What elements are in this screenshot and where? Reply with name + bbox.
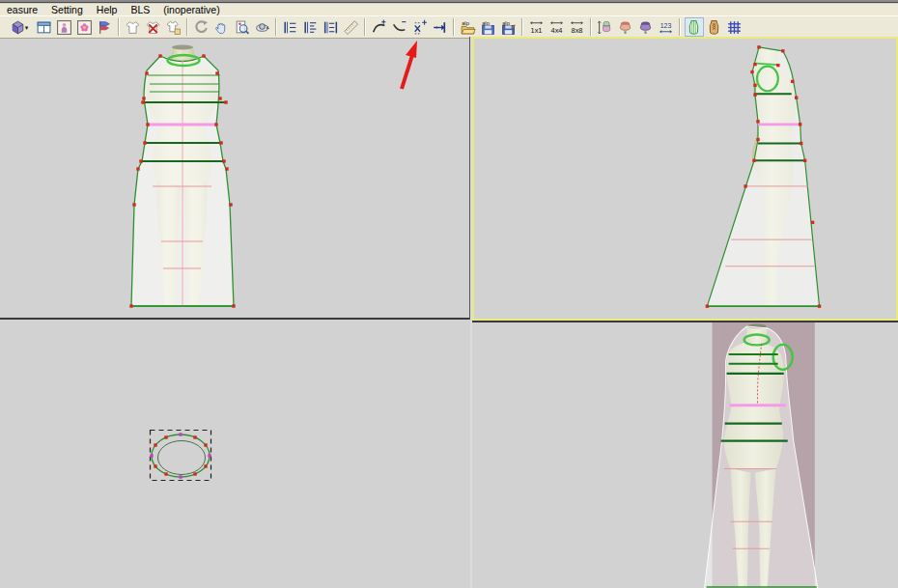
toolbar-separator [186,18,188,36]
point-add-button[interactable] [410,17,430,37]
curve-plus-icon [371,19,387,36]
bust-pink-icon [617,19,633,36]
section-control-points[interactable] [150,433,210,478]
display-mode-button[interactable]: ▾ [5,17,34,37]
measure-123-icon: 123 [658,19,674,36]
view-4x4-button[interactable]: 4x4 [547,17,567,37]
toolbar: ▾alpalpalp1x14x48x8123 [0,15,898,39]
window-layout-icon [36,19,52,36]
flag-button[interactable] [96,17,115,37]
section-selection-box[interactable] [151,431,211,481]
alp-save-as-button[interactable]: alp [499,17,519,37]
svg-text:4x4: 4x4 [551,25,563,34]
alp-save-button[interactable]: alp [479,17,498,37]
shirt-delete-icon [145,19,161,36]
outline-list-icon-3 [323,19,339,36]
framed-mannequin-icon [56,19,72,36]
viewport-perspective[interactable] [472,322,898,588]
toolbar-separator [118,18,120,36]
toolbar-separator [364,18,366,36]
window-top-strip [0,0,898,3]
cube-icon [10,19,26,36]
pan-button[interactable] [212,17,232,37]
shirt-icon [125,19,141,36]
application-window: easureSettingHelpBLS(inoperative) ▾alpal… [0,0,898,588]
body-height-icon [597,19,613,36]
alp-floppy-save-icon: alp [500,19,517,36]
viewport-front-view[interactable] [0,39,470,320]
toolbar-separator [590,18,592,36]
workspace [0,39,898,588]
grid-8x8-icon: 8x8 [569,19,585,36]
alp-floppy-icon: alp [480,19,496,36]
grid-1x1-icon: 1x1 [528,19,545,36]
undo-rotate-button[interactable] [192,17,211,37]
grid-hash-icon [726,19,743,36]
wireframe-body-button[interactable] [685,17,704,37]
garment-button[interactable] [124,17,143,37]
body-height-button[interactable] [596,17,615,37]
curve-add-point-button[interactable] [370,17,389,37]
zoom-page-button[interactable] [233,17,252,37]
svg-text:alp: alp [502,19,510,25]
outline-level1-button[interactable] [281,17,300,37]
svg-text:1x1: 1x1 [531,25,543,34]
toolbar-separator [679,18,681,36]
bust-form-button[interactable] [616,17,635,37]
framed-flower-icon [76,19,93,36]
bust-purple-icon [637,19,654,36]
toolbar-separator [453,18,455,36]
curve-minus-icon [391,19,407,36]
dropdown-caret-icon: ▾ [25,24,29,31]
section-curves[interactable] [152,434,210,477]
rotate-view-button[interactable] [253,17,272,37]
magnifier-page-icon [234,19,250,36]
menu-item-bls[interactable]: BLS [124,4,156,15]
svg-text:alp: alp [462,19,469,25]
flag-icon [97,19,113,36]
garment-fit-button[interactable] [164,17,183,37]
flower-photo-button[interactable] [75,17,95,37]
side-garment-outline[interactable] [707,47,819,306]
hand-icon [213,19,230,36]
svg-text:8x8: 8x8 [572,25,583,34]
viewport-neck-section[interactable] [0,320,470,588]
view-8x8-button[interactable]: 8x8 [568,17,587,37]
menubar: easureSettingHelpBLS(inoperative) [0,4,898,15]
svg-text:alp: alp [482,19,490,25]
wireframe-dress-icon [686,19,702,36]
menu-item-easure[interactable]: easure [0,4,44,15]
svg-text:123: 123 [660,21,672,28]
alp-open-button[interactable]: alp [459,17,478,37]
alp-folder-icon: alp [460,19,476,36]
point-align-button[interactable] [431,17,450,37]
layout-window-button[interactable] [35,17,54,37]
grid-4x4-icon: 4x4 [548,19,565,36]
corset-icon [706,19,722,36]
rotate-ellipse-icon [254,19,270,36]
measure-123-button[interactable]: 123 [657,17,676,37]
grid-display-button[interactable] [725,17,744,37]
menu-item-setting[interactable]: Setting [44,4,90,15]
toolbar-separator [521,18,523,36]
view-1x1-button[interactable]: 1x1 [527,17,547,37]
corset-body-button[interactable] [705,17,724,37]
outline-level2-button[interactable] [301,17,321,37]
ruler-button[interactable] [342,17,361,37]
point-align-icon [432,19,448,36]
toolbar-separator [275,18,277,36]
shirt-fit-icon [165,19,182,36]
curved-arrow-icon [193,19,210,36]
outline-list-icon-1 [282,19,298,36]
menu-item-help[interactable]: Help [90,4,125,15]
outline-level3-button[interactable] [322,17,341,37]
viewport-side-view[interactable] [472,37,898,321]
point-plus-icon [411,19,428,36]
bust-form-dark-button[interactable] [636,17,656,37]
garment-delete-button[interactable] [144,17,163,37]
curve-remove-point-button[interactable] [390,17,409,37]
menu-item-inoperative[interactable]: (inoperative) [156,4,226,15]
ruler-icon [343,19,359,36]
outline-list-icon-2 [302,19,319,36]
mannequin-photo-button[interactable] [55,17,74,37]
